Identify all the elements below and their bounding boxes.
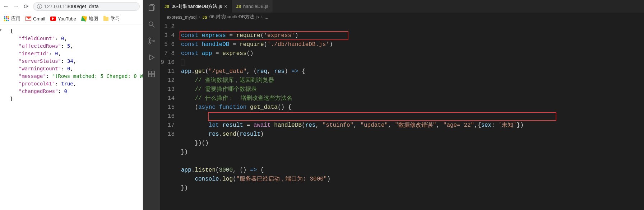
svg-point-0 (149, 22, 153, 26)
js-file-icon: JS (236, 4, 241, 9)
tab-label: 06-封装handleDB方法.js (171, 3, 222, 10)
source-control-icon[interactable] (147, 37, 156, 45)
json-row: "affectedRows": 5, (4, 42, 139, 50)
json-row: "changedRows": 0 (4, 88, 139, 95)
bookmark-label: 应用 (11, 15, 20, 22)
svg-rect-8 (149, 74, 151, 77)
bookmarks-bar: 应用 Gmail YouTube 地图 学习 (0, 13, 143, 24)
json-row: "fieldCount": 0, (4, 35, 139, 42)
apps-icon (4, 16, 9, 22)
search-icon[interactable] (147, 20, 156, 29)
code-lines[interactable]: const express = require('express') const… (181, 22, 644, 210)
breadcrumb-file: 06-封装handleDB方法.js (209, 14, 259, 20)
bookmark-study[interactable]: 学习 (103, 15, 120, 22)
json-row: "serverStatus": 34, (4, 57, 139, 65)
svg-rect-6 (149, 71, 151, 74)
browser-window: ← → ⟳ i 127.0.0.1:3000/get_data 应用 Gmail… (0, 0, 143, 210)
svg-point-4 (153, 40, 154, 42)
chevron-right-icon: › (199, 15, 200, 20)
bookmark-label: 地图 (89, 15, 98, 22)
bookmark-maps[interactable]: 地图 (81, 15, 98, 22)
json-row: "insertId": 0, (4, 50, 139, 57)
url-text: 127.0.0.1:3000/get_data (44, 4, 99, 9)
back-button[interactable]: ← (3, 3, 9, 10)
browser-response-body: ▼ { "fieldCount": 0, "affectedRows": 5, … (0, 24, 143, 210)
run-debug-icon[interactable] (147, 53, 156, 62)
js-file-icon: JS (203, 15, 207, 19)
browser-toolbar: ← → ⟳ i 127.0.0.1:3000/get_data (0, 0, 143, 13)
extensions-icon[interactable] (147, 70, 156, 78)
code-editor[interactable]: 1 2 3 4 5 6 7 8 9 10 11 12 13 14 15 16 1… (160, 22, 644, 210)
folder-icon (103, 16, 109, 22)
bookmark-youtube[interactable]: YouTube (50, 16, 76, 22)
line-gutter: 1 2 3 4 5 6 7 8 9 10 11 12 13 14 15 16 1… (160, 22, 181, 210)
reload-button[interactable]: ⟳ (23, 3, 29, 10)
address-bar[interactable]: i 127.0.0.1:3000/get_data (33, 2, 140, 11)
breadcrumb[interactable]: express_mysql › JS 06-封装handleDB方法.js › … (160, 13, 644, 22)
svg-marker-5 (150, 55, 154, 60)
svg-line-1 (153, 25, 155, 28)
chevron-right-icon: › (261, 15, 262, 20)
json-open-brace: { (4, 27, 139, 35)
breadcrumb-folder: express_mysql (167, 15, 196, 20)
tab-active[interactable]: JS 06-封装handleDB方法.js × (160, 0, 232, 13)
json-row: "protocol41": true, (4, 80, 139, 88)
vscode-window: JS 06-封装handleDB方法.js × JS handleDB.js e… (143, 0, 644, 210)
json-row: "message": "(Rows matched: 5 Changed: 0 … (4, 73, 139, 80)
svg-point-2 (149, 38, 150, 39)
js-file-icon: JS (165, 4, 169, 9)
activity-bar (143, 0, 160, 210)
site-info-icon[interactable]: i (37, 4, 42, 9)
bookmark-apps[interactable]: 应用 (4, 15, 20, 22)
bookmark-label: 学习 (111, 15, 120, 22)
gmail-icon (26, 16, 31, 22)
bookmark-label: YouTube (58, 16, 76, 22)
editor-tabs: JS 06-封装handleDB方法.js × JS handleDB.js (160, 0, 644, 13)
tab-label: handleDB.js (243, 4, 268, 9)
bookmark-label: Gmail (33, 16, 45, 22)
highlight-box (208, 112, 556, 121)
svg-rect-7 (152, 71, 154, 74)
tab-inactive[interactable]: JS handleDB.js (232, 0, 273, 13)
maps-icon (81, 16, 87, 22)
explorer-icon[interactable] (147, 4, 156, 12)
editor-main: JS 06-封装handleDB方法.js × JS handleDB.js e… (160, 0, 644, 210)
breadcrumb-trail: ... (265, 15, 268, 20)
forward-button[interactable]: → (13, 3, 19, 10)
bookmark-gmail[interactable]: Gmail (26, 16, 45, 22)
json-row: "warningCount": 0, (4, 65, 139, 73)
json-close-brace: } (4, 95, 139, 103)
youtube-icon (50, 16, 56, 22)
svg-point-3 (149, 42, 150, 44)
close-icon[interactable]: × (224, 4, 227, 9)
svg-rect-9 (152, 74, 154, 77)
json-collapse-icon[interactable]: ▼ (0, 27, 2, 33)
